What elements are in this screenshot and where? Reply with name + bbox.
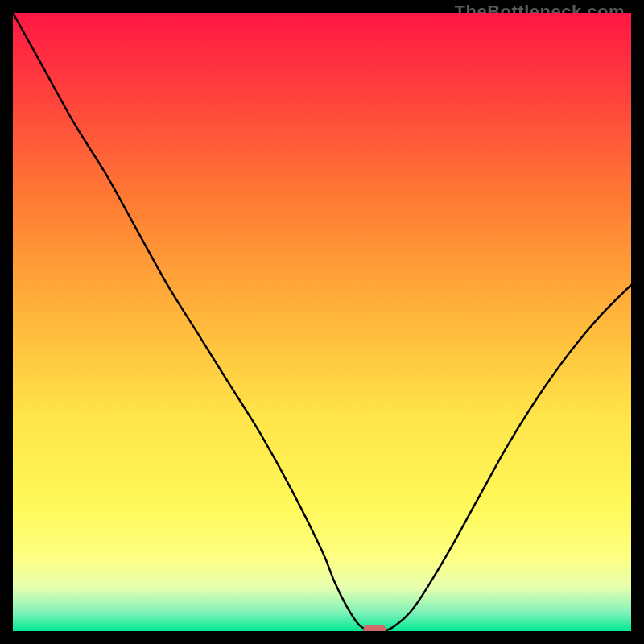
- bottleneck-chart: [13, 13, 631, 631]
- min-marker: [363, 625, 386, 631]
- gradient-background: [13, 13, 631, 631]
- plot-area: [13, 13, 631, 631]
- chart-frame: TheBottleneck.com: [0, 0, 644, 644]
